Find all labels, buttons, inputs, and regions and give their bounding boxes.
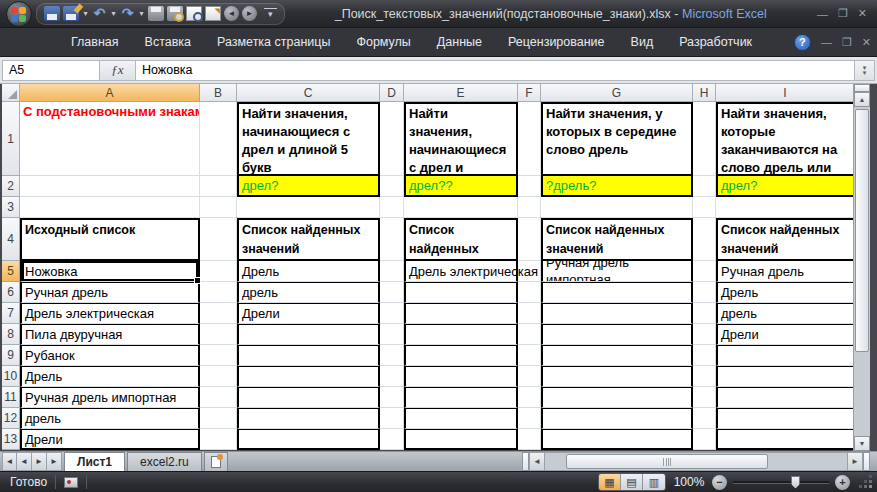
insert-function-icon[interactable]: ƒx [100, 60, 136, 81]
resize-grip[interactable] [860, 476, 873, 489]
scroll-up-icon[interactable]: ▲ [854, 92, 870, 107]
cell-F1[interactable] [518, 102, 541, 176]
cell-A5[interactable]: Ножовка [20, 261, 200, 282]
redo-dropdown-icon[interactable]: ▾ [138, 9, 145, 18]
cell-E11[interactable] [404, 387, 518, 408]
cell-E4[interactable]: Список найденных значений [404, 218, 518, 261]
cell-E13[interactable] [404, 429, 518, 450]
tab-split-handle[interactable] [522, 452, 529, 471]
cell-F10[interactable] [518, 366, 541, 387]
cell-D11[interactable] [380, 387, 404, 408]
sheet-tab-Лист1[interactable]: Лист1 [64, 452, 125, 471]
horizontal-scroll-thumb[interactable] [566, 454, 768, 469]
cell-F6[interactable] [518, 282, 541, 303]
cell-I7[interactable]: дрель [716, 303, 855, 324]
workbook-close-button[interactable]: ✕ [862, 36, 871, 49]
cell-A8[interactable]: Пила двуручная [20, 324, 200, 345]
cell-G12[interactable] [541, 408, 693, 429]
cell-H9[interactable] [693, 345, 716, 366]
cell-I10[interactable] [716, 366, 855, 387]
scroll-right-icon[interactable]: ► [847, 452, 863, 471]
col-header-H[interactable]: H [693, 84, 716, 102]
prev-sheet-icon[interactable]: ◄ [17, 452, 32, 471]
ribbon-tab-Вид[interactable]: Вид [618, 30, 667, 54]
cell-A6[interactable]: Ручная дрель [20, 282, 200, 303]
col-header-B[interactable]: B [200, 84, 237, 102]
cell-C1[interactable]: Найти значения, начинающиеся с дрел и дл… [237, 102, 380, 176]
cell-B11[interactable] [200, 387, 237, 408]
cell-A10[interactable]: Дрель [20, 366, 200, 387]
cell-C9[interactable] [237, 345, 380, 366]
cell-F4[interactable] [518, 218, 541, 261]
cell-A4[interactable]: Исходный список [20, 218, 200, 261]
cell-I8[interactable]: Дрели [716, 324, 855, 345]
cell-B10[interactable] [200, 366, 237, 387]
cell-H13[interactable] [693, 429, 716, 450]
cell-D10[interactable] [380, 366, 404, 387]
cell-A11[interactable]: Ручная дрель импортная [20, 387, 200, 408]
inspect-document-icon[interactable] [186, 6, 202, 21]
row-header-5[interactable]: 5 [2, 261, 20, 282]
save-icon[interactable] [44, 6, 60, 21]
cell-H11[interactable] [693, 387, 716, 408]
cell-H1[interactable] [693, 102, 716, 176]
cell-B9[interactable] [200, 345, 237, 366]
undo-dropdown-icon[interactable]: ▾ [110, 9, 117, 18]
cell-E12[interactable] [404, 408, 518, 429]
zoom-in-icon[interactable]: + [835, 475, 850, 490]
cell-D2[interactable] [380, 176, 404, 197]
next-sheet-icon[interactable]: ► [32, 452, 47, 471]
cell-F8[interactable] [518, 324, 541, 345]
cell-H8[interactable] [693, 324, 716, 345]
sheet-tab-excel2.ru[interactable]: excel2.ru [127, 452, 202, 471]
row-header-11[interactable]: 11 [2, 387, 20, 408]
minimize-button[interactable]: — [817, 8, 828, 20]
row-header-2[interactable]: 2 [2, 176, 20, 197]
cell-I3[interactable] [716, 197, 855, 218]
record-macro-icon[interactable] [64, 477, 78, 488]
formula-bar-expand-icon[interactable]: ▾ ▾ [855, 60, 875, 81]
cell-C4[interactable]: Список найденных значений [237, 218, 380, 261]
cell-E10[interactable] [404, 366, 518, 387]
cell-D3[interactable] [380, 197, 404, 218]
cell-I2[interactable]: дрел? [716, 176, 855, 197]
cell-B3[interactable] [200, 197, 237, 218]
zoom-out-icon[interactable]: − [712, 475, 727, 490]
cell-C6[interactable]: дрель [237, 282, 380, 303]
col-header-E[interactable]: E [404, 84, 518, 102]
cell-B12[interactable] [200, 408, 237, 429]
cell-A1[interactable]: С подстановочными знаками [20, 102, 200, 176]
cell-C12[interactable] [237, 408, 380, 429]
horizontal-scroll-track[interactable] [545, 452, 847, 471]
scroll-left-icon[interactable]: ◄ [529, 452, 545, 471]
send-document-icon[interactable] [205, 6, 221, 21]
redo-icon[interactable]: ↷ [120, 6, 135, 21]
cell-I9[interactable] [716, 345, 855, 366]
select-all-corner[interactable] [2, 84, 20, 102]
page-break-view-button[interactable]: ▥ [643, 474, 665, 490]
office-button-icon[interactable] [6, 1, 32, 27]
cell-B13[interactable] [200, 429, 237, 450]
cell-B8[interactable] [200, 324, 237, 345]
cell-D6[interactable] [380, 282, 404, 303]
cell-H10[interactable] [693, 366, 716, 387]
cell-B7[interactable] [200, 303, 237, 324]
cell-H7[interactable] [693, 303, 716, 324]
last-sheet-icon[interactable]: ► [47, 452, 62, 471]
quick-print-icon[interactable] [148, 6, 164, 21]
cell-A3[interactable] [20, 197, 200, 218]
cell-C13[interactable] [237, 429, 380, 450]
normal-view-button[interactable]: ▦ [599, 474, 621, 490]
row-header-6[interactable]: 6 [2, 282, 20, 303]
ribbon-tab-Данные[interactable]: Данные [424, 30, 495, 54]
close-button[interactable]: ✕ [858, 7, 867, 20]
cell-C3[interactable] [237, 197, 380, 218]
cell-C5[interactable]: Дрель [237, 261, 380, 282]
cell-I13[interactable] [716, 429, 855, 450]
cell-F2[interactable] [518, 176, 541, 197]
cell-C7[interactable]: Дрели [237, 303, 380, 324]
col-header-F[interactable]: F [518, 84, 541, 102]
cell-D7[interactable] [380, 303, 404, 324]
cell-B4[interactable] [200, 218, 237, 261]
cell-I1[interactable]: Найти значения, которые заканчиваются на… [716, 102, 855, 176]
